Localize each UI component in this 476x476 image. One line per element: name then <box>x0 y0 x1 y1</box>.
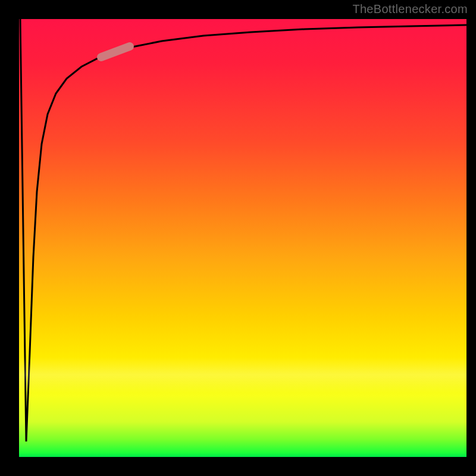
bottleneck-curve <box>20 19 466 441</box>
curve-svg <box>19 19 466 457</box>
chart-plot-area <box>19 19 466 457</box>
watermark-text: TheBottlenecker.com <box>352 2 468 16</box>
curve-marker <box>101 46 130 57</box>
